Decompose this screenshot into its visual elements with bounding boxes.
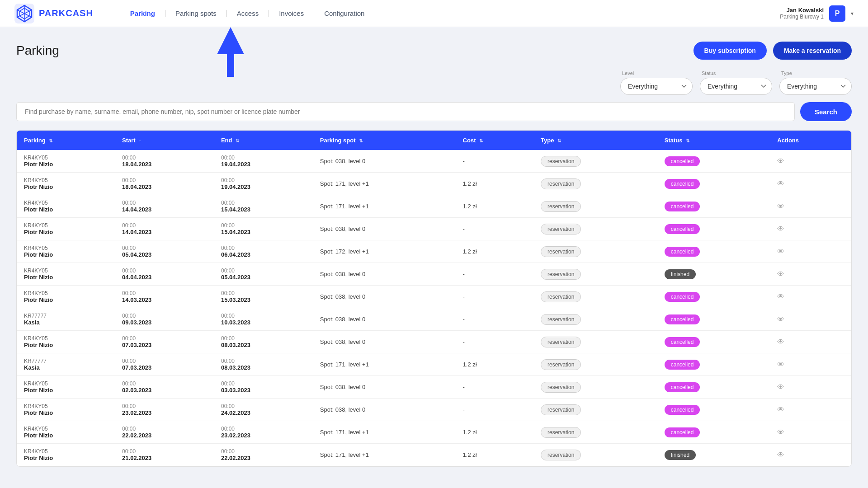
type-filter-select[interactable]: Everything <box>779 78 852 95</box>
view-icon-9[interactable]: 👁 <box>777 361 784 368</box>
logo[interactable]: PARKCASH <box>14 4 93 23</box>
cell-type-10: reservation <box>533 376 657 399</box>
cell-parking-9: KR77777 Kasia <box>17 353 115 376</box>
cell-spot-5: Spot: 038, level 0 <box>313 263 456 286</box>
search-button[interactable]: Search <box>800 102 852 121</box>
cell-spot-13: Spot: 171, level +1 <box>313 444 456 466</box>
col-start[interactable]: Start ↑ <box>115 131 214 150</box>
cell-start-6: 00:00 14.03.2023 <box>115 286 214 308</box>
nav-parking-spots[interactable]: Parking spots <box>165 10 227 17</box>
cell-start-0: 00:00 18.04.2023 <box>115 150 214 173</box>
view-icon-10[interactable]: 👁 <box>777 383 784 391</box>
license-plate-9: KR77777 <box>24 358 108 364</box>
view-icon-8[interactable]: 👁 <box>777 338 784 346</box>
cell-parking-10: KR4KY05 Piotr Nizio <box>17 376 115 399</box>
cell-parking-12: KR4KY05 Piotr Nizio <box>17 421 115 444</box>
cell-actions-0: 👁 <box>770 150 851 173</box>
status-filter-label: Status <box>702 70 772 76</box>
page-actions: Buy subscription Make a reservation <box>693 42 852 60</box>
status-badge-1: cancelled <box>665 179 700 189</box>
cell-start-12: 00:00 22.02.2023 <box>115 421 214 444</box>
buy-subscription-button[interactable]: Buy subscription <box>693 42 767 60</box>
view-icon-4[interactable]: 👁 <box>777 248 784 255</box>
cell-parking-3: KR4KY05 Piotr Nizio <box>17 218 115 240</box>
col-end[interactable]: End ⇅ <box>214 131 313 150</box>
cell-status-2: cancelled <box>657 195 770 218</box>
cell-status-12: cancelled <box>657 421 770 444</box>
cell-cost-9: 1.2 zł <box>456 353 533 376</box>
status-badge-3: cancelled <box>665 224 700 234</box>
cell-spot-12: Spot: 171, level +1 <box>313 421 456 444</box>
type-filter-group: Type Everything <box>779 70 852 95</box>
cell-cost-5: - <box>456 263 533 286</box>
cell-actions-3: 👁 <box>770 218 851 240</box>
cell-status-4: cancelled <box>657 240 770 263</box>
cell-type-12: reservation <box>533 421 657 444</box>
cell-actions-5: 👁 <box>770 263 851 286</box>
cell-end-6: 00:00 15.03.2023 <box>214 286 313 308</box>
cell-type-0: reservation <box>533 150 657 173</box>
cell-parking-0: KR4KY05 Piotr Nizio <box>17 150 115 173</box>
type-badge-10: reservation <box>541 382 581 393</box>
cell-cost-8: - <box>456 331 533 353</box>
user-name: Jan Kowalski <box>780 7 824 14</box>
sort-spot-icon: ⇅ <box>359 138 363 143</box>
cell-type-9: reservation <box>533 353 657 376</box>
cell-parking-8: KR4KY05 Piotr Nizio <box>17 331 115 353</box>
table-row: KR4KY05 Piotr Nizio 00:00 14.04.2023 00:… <box>17 218 851 240</box>
col-spot[interactable]: Parking spot ⇅ <box>313 131 456 150</box>
driver-name-9: Kasia <box>24 364 108 371</box>
col-status[interactable]: Status ⇅ <box>657 131 770 150</box>
avatar[interactable]: P <box>829 5 845 22</box>
cell-start-10: 00:00 02.03.2023 <box>115 376 214 399</box>
nav-parking[interactable]: Parking <box>120 10 165 17</box>
col-type[interactable]: Type ⇅ <box>533 131 657 150</box>
cell-end-12: 00:00 23.02.2023 <box>214 421 313 444</box>
level-filter-group: Level Everything <box>620 70 693 95</box>
cell-type-7: reservation <box>533 308 657 331</box>
view-icon-1[interactable]: 👁 <box>777 180 784 188</box>
table-row: KR4KY05 Piotr Nizio 00:00 14.03.2023 00:… <box>17 286 851 308</box>
level-filter-select[interactable]: Everything <box>620 78 693 95</box>
driver-name-7: Kasia <box>24 319 108 326</box>
col-cost[interactable]: Cost ⇅ <box>456 131 533 150</box>
view-icon-11[interactable]: 👁 <box>777 406 784 413</box>
cell-end-7: 00:00 10.03.2023 <box>214 308 313 331</box>
status-filter-group: Status Everything <box>700 70 772 95</box>
view-icon-3[interactable]: 👁 <box>777 225 784 233</box>
col-parking[interactable]: Parking ⇅ <box>17 131 115 150</box>
view-icon-5[interactable]: 👁 <box>777 270 784 278</box>
cell-cost-4: 1.2 zł <box>456 240 533 263</box>
cell-cost-11: - <box>456 399 533 421</box>
cell-cost-0: - <box>456 150 533 173</box>
cell-status-5: finished <box>657 263 770 286</box>
user-info: Jan Kowalski Parking Biurowy 1 <box>780 7 824 20</box>
view-icon-0[interactable]: 👁 <box>777 157 784 165</box>
view-icon-12[interactable]: 👁 <box>777 428 784 436</box>
cell-end-9: 00:00 08.03.2023 <box>214 353 313 376</box>
nav-invoices[interactable]: Invoices <box>269 10 314 17</box>
view-icon-7[interactable]: 👁 <box>777 315 784 323</box>
driver-name-13: Piotr Nizio <box>24 455 108 461</box>
driver-name-11: Piotr Nizio <box>24 409 108 416</box>
cell-actions-11: 👁 <box>770 399 851 421</box>
cell-start-11: 00:00 23.02.2023 <box>115 399 214 421</box>
status-filter-select[interactable]: Everything <box>700 78 772 95</box>
cell-parking-11: KR4KY05 Piotr Nizio <box>17 399 115 421</box>
nav-configuration[interactable]: Configuration <box>314 10 374 17</box>
chevron-down-icon[interactable]: ▾ <box>851 10 854 17</box>
cell-type-3: reservation <box>533 218 657 240</box>
driver-name-6: Piotr Nizio <box>24 296 108 303</box>
page-header: Parking Buy subscription Make a reservat… <box>16 42 852 60</box>
view-icon-2[interactable]: 👁 <box>777 202 784 210</box>
nav-access[interactable]: Access <box>227 10 269 17</box>
search-input[interactable] <box>16 102 795 121</box>
cell-status-10: cancelled <box>657 376 770 399</box>
license-plate-13: KR4KY05 <box>24 448 108 455</box>
sort-cost-icon: ⇅ <box>479 138 483 143</box>
make-reservation-button[interactable]: Make a reservation <box>773 42 852 60</box>
cell-status-6: cancelled <box>657 286 770 308</box>
view-icon-6[interactable]: 👁 <box>777 293 784 300</box>
cell-status-8: cancelled <box>657 331 770 353</box>
view-icon-13[interactable]: 👁 <box>777 451 784 459</box>
